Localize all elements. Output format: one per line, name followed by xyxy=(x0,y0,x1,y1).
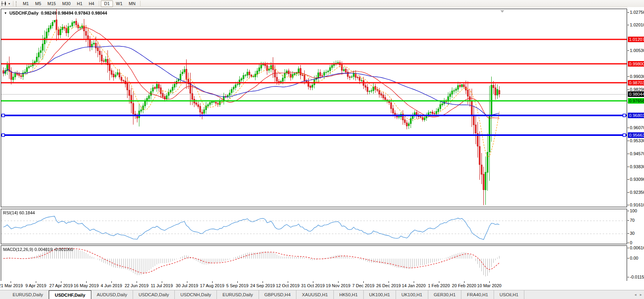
rsi-label: RSI(14) 60.1844 xyxy=(3,210,35,215)
timeframe-button-h1[interactable]: H1 xyxy=(74,0,85,7)
timeframe-button-m1[interactable]: M1 xyxy=(20,0,32,7)
chart-symbol-label: USDCHF,Daily xyxy=(9,11,39,15)
time-axis-tick xyxy=(414,281,414,283)
tab-usdcnh-daily[interactable]: USDCNH,Daily xyxy=(175,290,217,299)
tab-usoil-h1[interactable]: USOil,H1 xyxy=(494,290,524,299)
macd-indicator-panel: MACD(12,26,9) 0.004819 -0.001060 xyxy=(1,245,627,281)
tab-usdchf-daily[interactable]: USDCHF,Daily xyxy=(49,290,91,299)
line-price-label: 0.97658 xyxy=(628,98,644,104)
line-price-label: 0.95663 xyxy=(628,132,644,138)
time-scale-axis[interactable]: 21 Mar 20199 Apr 201927 Apr 201916 May 2… xyxy=(0,281,627,290)
tab-scroll-right-icon[interactable]: ► xyxy=(639,293,642,297)
time-axis-tick xyxy=(263,281,263,283)
time-axis-tick xyxy=(313,281,313,283)
current-price-label: 0.98044 xyxy=(628,91,644,97)
price-chart-canvas[interactable] xyxy=(1,9,627,207)
tick-label: 0.006167 xyxy=(630,245,644,251)
time-axis-tick xyxy=(489,281,490,283)
timeframe-button-m30[interactable]: M30 xyxy=(59,0,74,7)
tick-label: 100 xyxy=(630,208,637,214)
time-axis-date-label: 10 Mar 2020 xyxy=(472,283,507,288)
tick-dash xyxy=(627,211,629,211)
tick-dash xyxy=(627,258,629,258)
tick-label: 0.95330 xyxy=(630,138,644,143)
tick-dash xyxy=(627,192,629,193)
time-axis-tick xyxy=(389,281,389,283)
time-axis-tick xyxy=(137,281,137,283)
macd-label: MACD(12,26,9) 0.004819 -0.001060 xyxy=(3,247,73,252)
toolbar: ▼ M1M5M15M30H1H4D1W1MN xyxy=(0,0,644,7)
tab-eurusd-daily[interactable]: EURUSD,Daily xyxy=(217,290,259,299)
timeframe-button-h4[interactable]: H4 xyxy=(85,0,97,7)
tick-dash xyxy=(627,220,629,221)
tab-hk50-h1[interactable]: HK50,H1 xyxy=(334,290,364,299)
tick-dash xyxy=(627,167,629,167)
macd-canvas[interactable] xyxy=(1,246,627,281)
time-axis-tick xyxy=(237,281,238,283)
time-axis-tick xyxy=(338,281,339,283)
tick-label: 1.00530 xyxy=(630,48,644,53)
tick-label: 0.00 xyxy=(630,256,638,261)
chart-title-caret-icon[interactable]: ▼ xyxy=(4,11,7,15)
chevron-down-icon[interactable]: ▼ xyxy=(8,2,11,5)
tab-gbpusd-h4[interactable]: GBPUSD,H4 xyxy=(259,290,296,299)
toolbar-grip-handle[interactable] xyxy=(16,1,18,6)
tab-usdcad-daily[interactable]: USDCAD,Daily xyxy=(133,290,175,299)
tick-dash xyxy=(627,89,629,90)
time-axis-tick xyxy=(111,281,112,283)
time-axis-tick xyxy=(439,281,439,283)
price-scale-axis[interactable]: 1.027501.020101.005300.990300.982900.975… xyxy=(627,7,644,283)
tick-dash xyxy=(627,141,629,141)
timeframe-button-m5[interactable]: M5 xyxy=(32,0,44,7)
tick-label: 70 xyxy=(630,218,635,223)
time-axis-tick xyxy=(162,281,162,283)
chart-title: ▼ USDCHF,Daily 0.98249 0.98494 0.97843 0… xyxy=(4,11,107,15)
tab-scroll-controls: ◄ ► xyxy=(634,290,642,299)
tick-dash xyxy=(627,233,629,234)
tab-fra40-h1[interactable]: FRA40,H1 xyxy=(461,290,494,299)
timeframe-button-d1[interactable]: D1 xyxy=(101,0,113,7)
tick-dash xyxy=(627,205,629,205)
time-axis-tick xyxy=(464,281,464,283)
tick-dash xyxy=(627,248,629,248)
tab-uk100-h1[interactable]: UK100,H1 xyxy=(396,290,428,299)
time-axis-tick xyxy=(36,281,36,283)
tick-label: 0.94570 xyxy=(630,151,644,156)
tick-label: 0.92350 xyxy=(630,190,644,195)
rsi-indicator-panel: RSI(14) 60.1844 xyxy=(1,209,627,244)
time-axis-tick xyxy=(86,281,87,283)
tick-label: 30 xyxy=(630,231,635,236)
tick-dash xyxy=(627,128,629,128)
toolbar-separator xyxy=(99,1,99,6)
main-chart-panel: ▼ USDCHF,Daily 0.98249 0.98494 0.97843 0… xyxy=(1,9,627,207)
timeframe-button-mn[interactable]: MN xyxy=(126,0,139,7)
chart-ohlc-values: 0.98249 0.98494 0.97843 0.98044 xyxy=(41,11,107,15)
time-axis-tick xyxy=(212,281,213,283)
tab-uk100-h1[interactable]: UK100,H1 xyxy=(364,290,396,299)
tick-label: 1.02010 xyxy=(630,22,644,28)
tab-audusd-daily[interactable]: AUDUSD,Daily xyxy=(91,290,133,299)
tick-label: 0.91610 xyxy=(630,202,644,208)
toolbar-separator xyxy=(140,1,141,6)
tick-label: -0.01153 xyxy=(630,275,644,280)
rsi-canvas[interactable] xyxy=(1,209,627,244)
time-axis-tick xyxy=(11,281,11,283)
chart-tab-bar: EURUSD,DailyUSDCHF,DailyAUDUSD,DailyUSDC… xyxy=(0,290,644,299)
tick-dash xyxy=(627,12,629,13)
tab-xauusd-h1[interactable]: XAUUSD,H1 xyxy=(296,290,334,299)
tick-label: 1.02750 xyxy=(630,10,644,15)
tab-ger30-h1[interactable]: GER30,H1 xyxy=(428,290,462,299)
tick-label: 0.99030 xyxy=(630,74,644,79)
time-axis-tick xyxy=(363,281,364,283)
chart-cursor-icon[interactable] xyxy=(1,1,7,6)
timeframe-button-m15[interactable]: M15 xyxy=(44,0,59,7)
tab-eurusd-daily[interactable]: EURUSD,Daily xyxy=(7,290,49,299)
timeframe-button-w1[interactable]: W1 xyxy=(113,0,126,7)
tick-label: 0.96070 xyxy=(630,125,644,130)
toolbar-separator xyxy=(13,1,13,6)
tick-dash xyxy=(627,277,629,277)
tab-scroll-left-icon[interactable]: ◄ xyxy=(634,293,637,297)
line-price-label: 1.01207 xyxy=(628,37,644,42)
time-axis-tick xyxy=(187,281,187,283)
tick-label: 0 xyxy=(630,240,632,245)
